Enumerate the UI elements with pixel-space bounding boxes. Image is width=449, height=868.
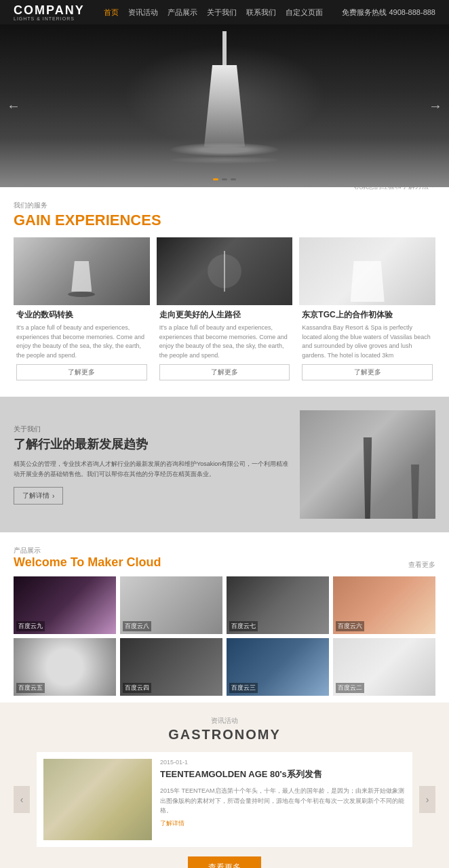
gastronomy-slider: ‹ 2015-01-1 TEENTEAMGOLDEN AGE 80's系列发售 … — [14, 752, 435, 847]
card-2-body: 走向更美好的人生路径 It's a place full of beauty a… — [157, 305, 293, 384]
card-3-title: 东京TGC上的合作初体验 — [302, 309, 433, 321]
card-1-lamp — [68, 261, 95, 302]
hero-prev-arrow[interactable]: ← — [7, 98, 20, 114]
gastronomy-card: 2015-01-1 TEENTEAMGOLDEN AGE 80's系列发售 20… — [37, 752, 412, 847]
card-2-btn[interactable]: 了解更多 — [159, 364, 290, 380]
about-left: 关于我们 了解行业的最新发展趋势 精英公众的管理，专业技术咨询人才解行业的最新发… — [14, 425, 289, 505]
hero-next-arrow[interactable]: → — [429, 98, 442, 114]
hero-lamp — [157, 31, 292, 180]
about-title: 了解行业的最新发展趋势 — [14, 437, 289, 452]
company-name: COMPANY — [14, 4, 85, 16]
nav-about[interactable]: 关于我们 — [207, 7, 237, 18]
card-2: 走向更美好的人生路径 It's a place full of beauty a… — [157, 237, 293, 384]
about-btn-arrow: › — [52, 492, 54, 500]
products-section: 产品展示 Welcome To Maker Cloud 查看更多 百度云九 百度… — [0, 532, 449, 703]
gastronomy-title-en: GASTRONOMY — [14, 727, 435, 743]
product-item-6[interactable]: 百度云四 — [120, 638, 222, 696]
products-title-en: Welcome To Maker Cloud — [14, 555, 161, 570]
product-label-5: 百度云五 — [16, 683, 45, 693]
card-1-desc: It's a place full of beauty and experien… — [16, 323, 147, 360]
gastronomy-label-cn: 资讯活动 — [14, 716, 435, 726]
gastronomy-img-inner — [43, 759, 152, 840]
about-label: 关于我们 — [14, 425, 289, 434]
gastronomy-article-image — [43, 759, 152, 840]
product-label-6: 百度云四 — [123, 683, 151, 693]
logo: COMPANY LIGHTS & INTERIORS — [14, 4, 85, 21]
nav-products[interactable]: 产品展示 — [168, 7, 197, 18]
gain-label-cn: 我们的服务 — [14, 201, 435, 210]
card-3: 东京TGC上的合作初体验 Kassandra Bay Resort & Spa … — [299, 237, 435, 384]
hero-banner: ← → — [0, 24, 449, 187]
gastronomy-prev-arrow[interactable]: ‹ — [14, 786, 30, 813]
product-item-8[interactable]: 百度云二 — [333, 638, 435, 696]
product-item-2[interactable]: 百度云八 — [120, 576, 222, 634]
lamp-shade — [204, 65, 245, 146]
product-label-3: 百度云七 — [229, 621, 258, 631]
products-grid: 百度云九 百度云八 百度云七 百度云六 百度云五 百度云四 百度云三 百度云二 — [14, 576, 435, 696]
products-label-cn: 产品展示 — [14, 546, 161, 555]
card-2-title: 走向更美好的人生路径 — [159, 309, 290, 321]
nav-home[interactable]: 首页 — [104, 7, 119, 18]
product-item-4[interactable]: 百度云六 — [333, 576, 435, 634]
gastronomy-article-title: TEENTEAMGOLDEN AGE 80's系列发售 — [160, 768, 406, 781]
product-label-1: 百度云九 — [16, 621, 45, 631]
header: COMPANY LIGHTS & INTERIORS 首页 资讯活动 产品展示 … — [0, 0, 449, 24]
product-label-2: 百度云八 — [123, 621, 151, 631]
main-nav: 首页 资讯活动 产品展示 关于我们 联系我们 自定义页面 — [104, 7, 323, 18]
product-item-1[interactable]: 百度云九 — [14, 576, 116, 634]
card-1: 专业的数码转换 It's a place full of beauty and … — [14, 237, 150, 384]
about-section: 关于我们 了解行业的最新发展趋势 精英公众的管理，专业技术咨询人才解行业的最新发… — [0, 397, 449, 532]
nav-contact[interactable]: 联系我们 — [246, 7, 276, 18]
products-left: 产品展示 Welcome To Maker Cloud — [14, 546, 161, 570]
gastronomy-article-desc: 2015年 TEENTEAM启选第十个年头，十年，最人生的国年龄，是因为；由来新… — [160, 786, 406, 815]
gastronomy-section: 资讯活动 GASTRONOMY ‹ 2015-01-1 TEENTEAMGOLD… — [0, 703, 449, 868]
phone-number: 免费服务热线 4908-888-888 — [342, 7, 435, 18]
card-1-btn[interactable]: 了解更多 — [16, 364, 147, 380]
gastronomy-article-link[interactable]: 了解详情 — [160, 819, 406, 828]
card-3-image — [299, 237, 435, 305]
gain-section: 积累您的经验和了解方法→ 我们的服务 GAIN EXPERIENCES 专业的数… — [0, 187, 449, 397]
card-1-body: 专业的数码转换 It's a place full of beauty and … — [14, 305, 150, 384]
hero-dots — [213, 178, 236, 180]
card-3-desc: Kassandra Bay Resort & Spa is perfectly … — [302, 323, 433, 360]
gastronomy-next-arrow[interactable]: › — [419, 786, 435, 813]
nav-news[interactable]: 资讯活动 — [128, 7, 158, 18]
nav-custom[interactable]: 自定义页面 — [286, 7, 323, 18]
cards-container: 专业的数码转换 It's a place full of beauty and … — [14, 237, 435, 384]
product-label-4: 百度云六 — [336, 621, 364, 631]
gastronomy-content: 2015-01-1 TEENTEAMGOLDEN AGE 80's系列发售 20… — [160, 759, 406, 840]
about-desc: 精英公众的管理，专业技术咨询人才解行业的最新发展的咨询和维护Yosakion有限… — [14, 459, 289, 479]
card-2-image — [157, 237, 293, 305]
about-image — [300, 410, 435, 519]
gastronomy-date: 2015-01-1 — [160, 759, 406, 766]
about-btn[interactable]: 了解详情 › — [14, 487, 63, 505]
gastronomy-more-btn[interactable]: 查看更多 — [188, 856, 261, 868]
dot-3[interactable] — [231, 178, 236, 180]
products-header: 产品展示 Welcome To Maker Cloud 查看更多 — [14, 546, 435, 570]
card-3-body: 东京TGC上的合作初体验 Kassandra Bay Resort & Spa … — [299, 305, 435, 384]
product-item-5[interactable]: 百度云五 — [14, 638, 116, 696]
card-1-title: 专业的数码转换 — [16, 309, 147, 321]
card-2-desc: It's a place full of beauty and experien… — [159, 323, 290, 360]
product-label-8: 百度云二 — [336, 683, 364, 693]
dot-1[interactable] — [213, 178, 218, 180]
card-1-image — [14, 237, 150, 305]
product-label-7: 百度云三 — [229, 683, 258, 693]
about-btn-label: 了解详情 — [22, 491, 50, 500]
product-item-7[interactable]: 百度云三 — [227, 638, 329, 696]
product-item-3[interactable]: 百度云七 — [227, 576, 329, 634]
company-sub: LIGHTS & INTERIORS — [14, 16, 85, 21]
card-3-btn[interactable]: 了解更多 — [302, 364, 433, 380]
dot-2[interactable] — [222, 178, 227, 180]
products-more-link[interactable]: 查看更多 — [408, 560, 435, 570]
gain-title-en: GAIN EXPERIENCES — [14, 212, 435, 229]
